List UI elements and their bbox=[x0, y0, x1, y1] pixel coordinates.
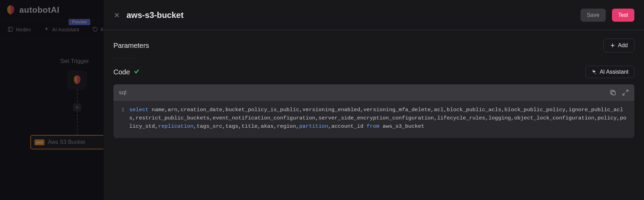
parameters-section-header: Parameters Add bbox=[113, 39, 634, 52]
close-button[interactable] bbox=[113, 12, 120, 19]
test-button[interactable]: Test bbox=[612, 9, 634, 22]
keyword-replication: replication bbox=[158, 123, 193, 129]
keyword-from: from bbox=[366, 123, 379, 129]
code-segment: ,tags_src,tags,title,akas,region, bbox=[193, 123, 299, 129]
plus-icon bbox=[610, 43, 615, 48]
svg-point-6 bbox=[592, 70, 593, 71]
keyword-partition: partition bbox=[299, 123, 328, 129]
code-header: sql bbox=[113, 84, 634, 101]
detail-panel: aws-s3-bucket Save Test Parameters Add C… bbox=[103, 0, 644, 200]
keyword-select: select bbox=[129, 107, 149, 113]
code-ai-assistant-button[interactable]: AI Assistant bbox=[585, 66, 634, 78]
line-number: 1 bbox=[113, 106, 129, 130]
ai-assistant-button-label: AI Assistant bbox=[600, 69, 628, 75]
parameters-label: Parameters bbox=[113, 42, 149, 50]
code-segment: aws_s3_bucket bbox=[380, 123, 424, 129]
code-body[interactable]: 1 select name,arn,creation_date,bucket_p… bbox=[113, 101, 634, 138]
svg-rect-8 bbox=[612, 92, 615, 95]
panel-body: Parameters Add Code AI Assistant sql bbox=[104, 30, 644, 200]
code-actions bbox=[610, 89, 629, 96]
code-content[interactable]: select name,arn,creation_date,bucket_pol… bbox=[129, 106, 634, 130]
close-icon bbox=[114, 12, 120, 18]
code-section-header: Code AI Assistant bbox=[113, 66, 634, 78]
code-segment: ,account_id bbox=[328, 123, 367, 129]
save-button[interactable]: Save bbox=[581, 9, 605, 22]
expand-icon[interactable] bbox=[622, 89, 629, 96]
section-separator bbox=[113, 58, 134, 58]
code-label: Code bbox=[113, 68, 140, 76]
code-language: sql bbox=[119, 89, 127, 96]
add-button-label: Add bbox=[618, 42, 628, 49]
svg-point-7 bbox=[595, 73, 596, 74]
svg-line-9 bbox=[626, 90, 628, 92]
panel-title: aws-s3-bucket bbox=[127, 10, 574, 20]
code-label-text: Code bbox=[113, 68, 130, 76]
code-block: sql 1 select name,arn,creation_date,buck… bbox=[113, 84, 634, 138]
panel-header: aws-s3-bucket Save Test bbox=[104, 0, 644, 30]
svg-line-10 bbox=[623, 93, 625, 95]
check-icon bbox=[133, 68, 140, 76]
copy-icon[interactable] bbox=[610, 89, 616, 96]
add-parameter-button[interactable]: Add bbox=[603, 39, 634, 52]
sparkle-icon bbox=[591, 69, 597, 75]
